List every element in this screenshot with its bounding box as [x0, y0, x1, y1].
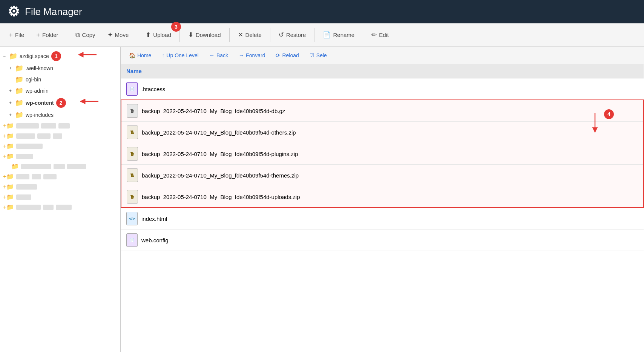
separator [363, 28, 363, 42]
table-row[interactable]: 📄 .htaccess [121, 78, 644, 100]
toolbar: + File + Folder ⧉ Copy ✦ Move ⬆ Upload 3… [0, 23, 644, 47]
separator [67, 28, 67, 42]
separator [270, 28, 270, 42]
blurred-row: +📁 [0, 182, 120, 192]
back-button[interactable]: ← Back [205, 50, 233, 61]
delete-button[interactable]: ✕ Delete [233, 28, 267, 42]
blurred-row: +📁 [0, 192, 120, 202]
plus-icon: + [9, 31, 13, 39]
folder-icon: 📁 [15, 111, 23, 119]
reload-button[interactable]: ⟳ Reload [271, 50, 303, 61]
blurred-row: +📁 [0, 171, 120, 182]
table-row[interactable]: 🗜 backup_2022-05-24-0710_My_Blog_fde40b0… [121, 100, 644, 122]
file-name: .htaccess [141, 86, 165, 92]
toggle-icon: + [9, 66, 14, 71]
sidebar-item-root[interactable]: − 📁 azdigi.space 1 [0, 50, 120, 63]
blurred-row: +📁 [0, 121, 120, 131]
table-row[interactable]: 🗜 backup_2022-05-24-0710_My_Blog_fde40b0… [121, 186, 644, 208]
annotation-circle-4: 4 [604, 109, 614, 119]
rename-button[interactable]: 📄 Rename [317, 28, 360, 42]
file-name: backup_2022-05-24-0710_My_Blog_fde40b09f… [142, 151, 298, 157]
folder-icon: 📁 [15, 64, 23, 72]
arrow-annotation-1 [78, 51, 97, 59]
sidebar-item-label: wp-includes [26, 112, 54, 118]
folder-icon: 📁 [9, 52, 17, 60]
annotation-circle-2: 2 [56, 98, 66, 108]
separator [314, 28, 314, 42]
forward-button[interactable]: → Forward [234, 50, 270, 61]
rename-icon: 📄 [323, 31, 331, 39]
table-row[interactable]: 🗜 backup_2022-05-24-0710_My_Blog_fde40b0… [121, 165, 644, 186]
file-name: backup_2022-05-24-0710_My_Blog_fde40b09f… [142, 129, 296, 136]
new-folder-button[interactable]: + Folder [31, 28, 63, 42]
home-button[interactable]: 🏠 Home [124, 50, 156, 61]
select-icon: ☑ [310, 52, 314, 58]
file-table: Name 📄 .htaccess 🗜 backup_2022-05-24-071… [121, 64, 644, 251]
file-name-cell: 🗜 backup_2022-05-24-0710_My_Blog_fde40b0… [127, 147, 638, 161]
up-icon: ↑ [162, 52, 164, 58]
toggle-icon: + [9, 88, 14, 93]
sidebar-item-wp-content[interactable]: + 📁 wp-content 2 [0, 96, 120, 109]
file-name-cell: 📄 .htaccess [126, 82, 638, 96]
reload-icon: ⟳ [276, 52, 280, 58]
upload-icon: ⬆ [146, 31, 151, 39]
file-list: 4 Name 📄 .htaccess 🗜 backup_2022-05-24-0… [121, 64, 644, 352]
file-icon: 🗜 [127, 190, 138, 204]
folder-icon: 📁 [15, 99, 23, 107]
restore-button[interactable]: ↺ Restore [273, 28, 311, 42]
sidebar-item-label: .well-known [26, 65, 53, 71]
content-area: 🏠 Home ↑ Up One Level ← Back → Forward ⟳… [121, 47, 644, 352]
up-one-level-button[interactable]: ↑ Up One Level [157, 50, 203, 61]
file-icon: 📄 [126, 82, 138, 96]
main-layout: − 📁 azdigi.space 1 + 📁 .well-known 📁 cgi… [0, 47, 644, 352]
separator [137, 28, 137, 42]
file-icon: 🗜 [127, 125, 138, 139]
blurred-row: +📁 [0, 202, 120, 212]
file-name-cell: 🗜 backup_2022-05-24-0710_My_Blog_fde40b0… [127, 190, 638, 204]
edit-button[interactable]: ✏ Edit [366, 28, 394, 42]
sidebar: − 📁 azdigi.space 1 + 📁 .well-known 📁 cgi… [0, 47, 121, 352]
table-row[interactable]: 🗜 backup_2022-05-24-0710_My_Blog_fde40b0… [121, 122, 644, 143]
download-button[interactable]: ⬇ Download [183, 28, 226, 42]
annotation-3: 3 [171, 22, 181, 32]
sidebar-item-cgi-bin[interactable]: 📁 cgi-bin [0, 74, 120, 85]
copy-icon: ⧉ [75, 31, 80, 39]
arrow-annotation-2 [80, 97, 99, 106]
file-name-cell: 🗜 backup_2022-05-24-0710_My_Blog_fde40b0… [127, 168, 638, 182]
folder-icon: 📁 [15, 75, 23, 84]
blurred-row: +📁 [0, 141, 120, 151]
file-icon: 🗜 [127, 168, 138, 182]
folder-icon: 📁 [15, 87, 23, 95]
plus-icon: + [36, 31, 40, 39]
file-name: web.config [141, 237, 169, 243]
file-icon: </> [126, 212, 138, 225]
file-icon: 🗜 [127, 104, 138, 118]
file-icon: 📄 [126, 233, 138, 247]
sidebar-item-wp-admin[interactable]: + 📁 wp-admin [0, 85, 120, 96]
table-row[interactable]: </> index.html [121, 208, 644, 230]
select-button[interactable]: ☑ Sele [305, 50, 331, 61]
blurred-row: 📁 [0, 161, 120, 171]
app-title: File Manager [25, 6, 82, 18]
table-row[interactable]: 📄 web.config [121, 230, 644, 251]
table-row[interactable]: 🗜 backup_2022-05-24-0710_My_Blog_fde40b0… [121, 143, 644, 165]
cpanel-logo: ⚙ [8, 5, 20, 18]
separator [229, 28, 230, 42]
annotation-4-container: 4 [584, 109, 614, 141]
sidebar-item-label: wp-content [26, 100, 54, 106]
move-button[interactable]: ✦ Move [102, 28, 134, 42]
new-file-button[interactable]: + File [4, 28, 29, 42]
name-column-header: Name [121, 64, 644, 78]
sidebar-item-label: wp-admin [26, 88, 49, 94]
file-name: backup_2022-05-24-0710_My_Blog_fde40b09f… [142, 194, 300, 200]
sidebar-item-well-known[interactable]: + 📁 .well-known [0, 63, 120, 74]
copy-button[interactable]: ⧉ Copy [70, 28, 101, 42]
upload-button[interactable]: ⬆ Upload 3 [140, 28, 176, 42]
sidebar-item-label: azdigi.space [20, 53, 49, 59]
nav-bar: 🏠 Home ↑ Up One Level ← Back → Forward ⟳… [121, 47, 644, 64]
annotation-circle-1: 1 [51, 51, 61, 61]
sidebar-item-wp-includes[interactable]: + 📁 wp-includes [0, 109, 120, 121]
file-icon: 🗜 [127, 147, 138, 161]
move-icon: ✦ [107, 31, 113, 39]
file-name-cell: </> index.html [126, 212, 638, 225]
